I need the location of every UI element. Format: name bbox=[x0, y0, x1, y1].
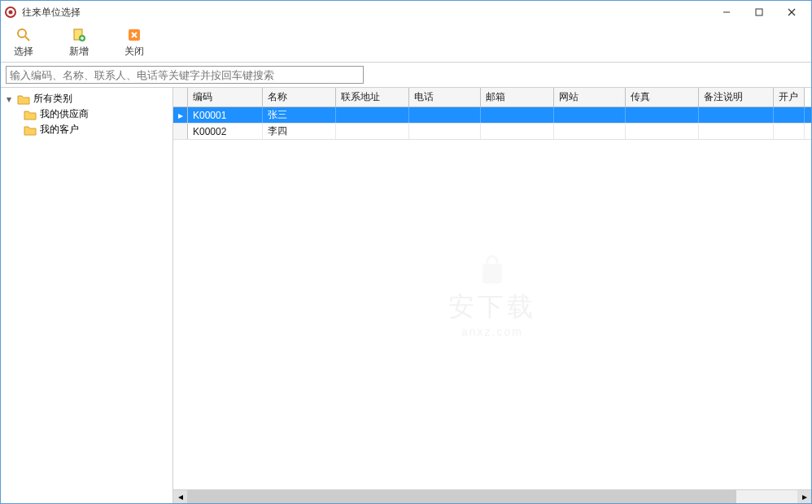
tree-label: 我的客户 bbox=[40, 123, 79, 137]
category-tree[interactable]: ▾ 所有类别 我的供应商 我的客户 bbox=[1, 88, 173, 503]
title-bar: 往来单位选择 bbox=[1, 1, 811, 24]
column-address[interactable]: 联系地址 bbox=[336, 88, 409, 106]
row-indicator: ▸ bbox=[173, 107, 188, 123]
cell-phone bbox=[409, 124, 481, 139]
cell-email bbox=[481, 124, 554, 139]
svg-point-1 bbox=[9, 11, 13, 15]
svg-rect-3 bbox=[756, 9, 762, 15]
tree-label: 所有类别 bbox=[33, 92, 72, 106]
tree-item-suppliers[interactable]: 我的供应商 bbox=[1, 106, 172, 122]
minimize-button[interactable] bbox=[710, 1, 743, 24]
grid-header: 编码 名称 联系地址 电话 邮箱 网站 传真 备注说明 开户 bbox=[173, 88, 811, 107]
data-grid: 编码 名称 联系地址 电话 邮箱 网站 传真 备注说明 开户 ▸K00001张三… bbox=[173, 88, 811, 503]
column-fax[interactable]: 传真 bbox=[626, 88, 699, 106]
cell-website bbox=[554, 107, 626, 123]
cell-phone bbox=[409, 107, 481, 123]
folder-icon bbox=[24, 109, 37, 120]
cell-bank bbox=[774, 107, 805, 123]
cell-code: K00002 bbox=[188, 124, 263, 139]
select-button[interactable]: 选择 bbox=[7, 25, 40, 60]
svg-point-6 bbox=[18, 29, 26, 37]
close-window-button[interactable] bbox=[775, 1, 808, 24]
cell-address bbox=[336, 107, 409, 123]
column-name[interactable]: 名称 bbox=[263, 88, 336, 106]
row-indicator bbox=[173, 124, 188, 139]
cell-bank bbox=[774, 124, 805, 139]
svg-line-7 bbox=[25, 37, 29, 41]
column-email[interactable]: 邮箱 bbox=[481, 88, 554, 106]
cell-fax bbox=[626, 107, 699, 123]
search-input[interactable] bbox=[6, 66, 364, 84]
grid-body[interactable]: ▸K00001张三K00002李四 bbox=[173, 107, 811, 489]
search-bar bbox=[1, 63, 811, 88]
maximize-button[interactable] bbox=[743, 1, 775, 24]
cell-address bbox=[336, 124, 409, 139]
cell-note bbox=[699, 124, 774, 139]
scroll-left-button[interactable]: ◂ bbox=[173, 490, 187, 504]
column-phone[interactable]: 电话 bbox=[409, 88, 481, 106]
folder-icon bbox=[17, 93, 30, 105]
column-bank[interactable]: 开户 bbox=[774, 88, 805, 106]
cell-name: 张三 bbox=[263, 107, 336, 123]
toolbar: 选择 新增 关闭 bbox=[1, 24, 811, 63]
window-title: 往来单位选择 bbox=[22, 6, 710, 20]
column-code[interactable]: 编码 bbox=[188, 88, 263, 106]
tree-root[interactable]: ▾ 所有类别 bbox=[1, 91, 172, 106]
column-website[interactable]: 网站 bbox=[554, 88, 626, 106]
cell-fax bbox=[626, 124, 699, 139]
collapse-icon[interactable]: ▾ bbox=[4, 93, 14, 105]
close-button[interactable]: 关闭 bbox=[118, 25, 151, 60]
cell-website bbox=[554, 124, 626, 139]
tree-label: 我的供应商 bbox=[40, 107, 89, 121]
column-note[interactable]: 备注说明 bbox=[699, 88, 774, 106]
cell-name: 李四 bbox=[263, 124, 336, 139]
cell-note bbox=[699, 107, 774, 123]
horizontal-scrollbar[interactable]: ◂ ▸ bbox=[173, 489, 811, 503]
add-file-icon bbox=[71, 27, 87, 43]
table-row[interactable]: ▸K00001张三 bbox=[173, 107, 811, 124]
scroll-right-button[interactable]: ▸ bbox=[797, 490, 811, 504]
scroll-track[interactable] bbox=[187, 490, 797, 504]
cell-code: K00001 bbox=[188, 107, 263, 123]
row-indicator-header bbox=[173, 88, 188, 106]
scroll-thumb[interactable] bbox=[187, 490, 736, 504]
folder-icon bbox=[24, 124, 37, 136]
add-button[interactable]: 新增 bbox=[63, 25, 95, 60]
app-icon bbox=[4, 6, 17, 19]
table-row[interactable]: K00002李四 bbox=[173, 124, 811, 140]
cell-email bbox=[481, 107, 554, 123]
tree-item-customers[interactable]: 我的客户 bbox=[1, 122, 172, 137]
magnifier-icon bbox=[15, 27, 32, 43]
close-icon bbox=[126, 27, 142, 43]
